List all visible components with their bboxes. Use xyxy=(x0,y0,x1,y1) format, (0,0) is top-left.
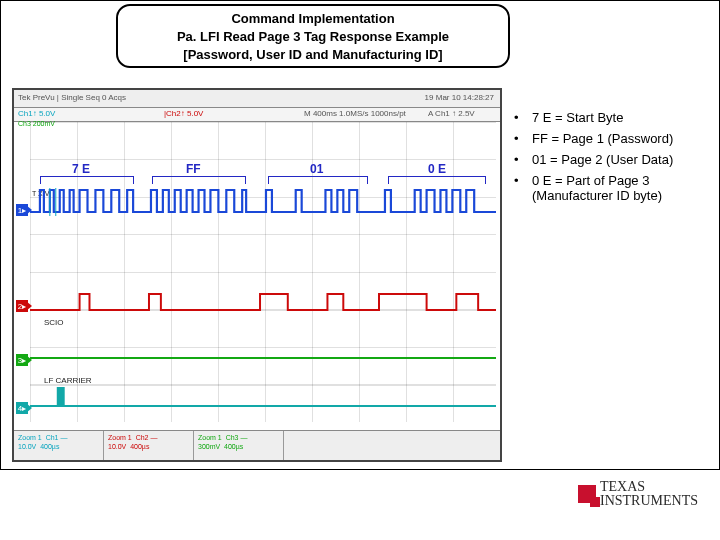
ti-name-2: INSTRUMENTS xyxy=(600,494,698,508)
byte-labels: 7 E FF 01 0 E xyxy=(30,162,496,176)
bullet-icon: • xyxy=(514,152,532,167)
ti-logo: TEXAS INSTRUMENTS xyxy=(578,480,698,508)
oscilloscope-screenshot: Tek PreVu | Single Seq 0 Acqs 19 Mar 10 … xyxy=(12,88,502,462)
f-c1d: 400µs xyxy=(40,443,59,450)
byte-4: 0 E xyxy=(428,162,446,176)
bullet-4a: 0 E = Part of Page 3 xyxy=(532,173,649,188)
byte-1: 7 E xyxy=(72,162,90,176)
scope-timestamp: 19 Mar 10 14:28:27 xyxy=(425,93,494,102)
title-line-3: [Password, User ID and Manufacturing ID] xyxy=(128,46,498,64)
f-c2d: 400µs xyxy=(130,443,149,450)
f-c3c: Ch3 — xyxy=(226,434,248,441)
byte-2: FF xyxy=(186,162,201,176)
bullet-icon: • xyxy=(514,173,532,203)
title-line-2: Pa. LFI Read Page 3 Tag Response Example xyxy=(128,28,498,46)
trigger-info: A Ch1 ↑ 2.5V xyxy=(428,109,475,118)
bullet-icon: • xyxy=(514,131,532,146)
bullet-4: 0 E = Part of Page 3 (Manufacturer ID by… xyxy=(532,173,662,203)
f-c2a: Zoom 1 xyxy=(108,434,132,441)
title-line-1: Command Implementation xyxy=(128,10,498,28)
bullet-4b: (Manufacturer ID byte) xyxy=(532,188,662,203)
f-c3d: 400µs xyxy=(224,443,243,450)
f-c1c: Ch1 — xyxy=(46,434,68,441)
scope-grid: 7 E FF 01 0 E 1▸ 2▸ 3▸ 4▸ T XIV SCIO LF … xyxy=(30,122,496,422)
ti-name-1: TEXAS xyxy=(600,480,698,494)
f-c3b: 300mV xyxy=(198,443,220,450)
ch2-scale: |Ch2↑ 5.0V xyxy=(164,109,203,118)
ti-name: TEXAS INSTRUMENTS xyxy=(600,480,698,508)
f-c2c: Ch2 — xyxy=(136,434,158,441)
f-c1b: 10.0V xyxy=(18,443,36,450)
ti-chip-icon xyxy=(578,485,596,503)
f-c1a: Zoom 1 xyxy=(18,434,42,441)
ch1-scale: Ch1↑ 5.0V xyxy=(18,109,55,118)
bullet-icon: • xyxy=(514,110,532,125)
scope-footer: Zoom 1 Ch1 — 10.0V 400µs Zoom 1 Ch2 — 10… xyxy=(14,430,500,460)
title-box: Command Implementation Pa. LFI Read Page… xyxy=(116,4,510,68)
bullet-1: 7 E = Start Byte xyxy=(532,110,623,125)
scope-sub-bar: Ch1↑ 5.0V |Ch2↑ 5.0V M 400ms 1.0MS/s 100… xyxy=(14,108,500,122)
bullet-3: 01 = Page 2 (User Data) xyxy=(532,152,673,167)
byte-3: 01 xyxy=(310,162,323,176)
f-c3a: Zoom 1 xyxy=(198,434,222,441)
scope-status: Tek PreVu | Single Seq 0 Acqs xyxy=(18,93,126,102)
bullet-2: FF = Page 1 (Password) xyxy=(532,131,673,146)
legend-bullets: •7 E = Start Byte •FF = Page 1 (Password… xyxy=(514,110,714,209)
waveforms xyxy=(30,182,496,422)
scope-top-bar: Tek PreVu | Single Seq 0 Acqs 19 Mar 10 … xyxy=(14,90,500,108)
f-c2b: 10.0V xyxy=(108,443,126,450)
timebase: M 400ms 1.0MS/s 1000ns/pt xyxy=(304,109,406,118)
